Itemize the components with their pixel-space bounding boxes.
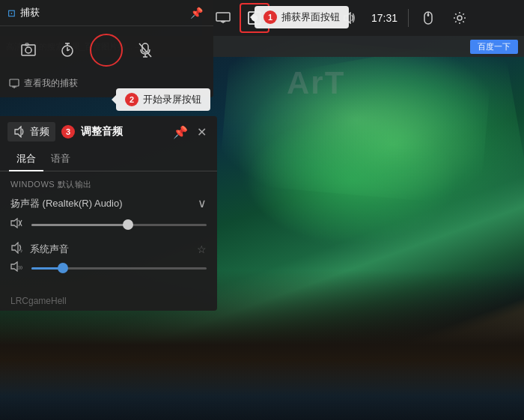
timer-screenshot-btn[interactable] — [51, 34, 84, 67]
capture-panel: ⊡ 捕获 📌 — [0, 0, 213, 97]
audio-icon-area: 音频 — [7, 122, 55, 141]
audio-pin-btn[interactable]: 📌 — [170, 124, 191, 141]
audio-section-label: WINDOWS 默认输出 — [10, 179, 207, 190]
svg-marker-39 — [11, 262, 17, 271]
system-sound-row: ♪ 系统声音 ☆ — [10, 242, 207, 257]
svg-text:♪: ♪ — [20, 248, 23, 253]
audio-tabs: 混合 语音 — [0, 147, 217, 171]
tooltip2-text: 开始录屏按钮 — [143, 93, 201, 106]
system-vol-icon: ))) — [10, 261, 25, 275]
audio-panel: 音频 3 调整音频 📌 ✕ 混合 语音 WINDOWS 默认输出 扬声器 (Re… — [0, 116, 217, 311]
mute-icon[interactable] — [10, 218, 25, 231]
svg-text:))): ))) — [18, 265, 22, 270]
slider-fill-device — [31, 224, 128, 226]
tooltip-start-recording: 2 开始录屏按钮 — [116, 88, 210, 111]
audio-icon-label: 音频 — [30, 125, 49, 139]
water-reflection — [0, 360, 524, 420]
toolbar-separator — [408, 9, 409, 27]
tooltip1-text: 捕获界面按钮 — [281, 10, 340, 24]
slider-thumb-device[interactable] — [123, 219, 133, 230]
capture-panel-title: 捕获 — [20, 6, 190, 19]
audio-bottom-partial: LRCgameHell — [0, 293, 217, 311]
art-background-text: ArT — [287, 65, 345, 101]
svg-rect-0 — [216, 13, 230, 21]
svg-rect-18 — [22, 45, 35, 55]
tooltip-capture-interface: 1 捕获界面按钮 — [255, 6, 349, 28]
screenshot-btn[interactable] — [12, 34, 45, 67]
svg-rect-30 — [10, 79, 19, 86]
audio-header-actions: 📌 ✕ — [170, 124, 210, 141]
clock-display: 17:31 — [365, 12, 403, 24]
tab-mix[interactable]: 混合 — [9, 147, 43, 171]
system-sound-label: 系统声音 — [30, 243, 191, 256]
baidu-search-btn[interactable]: 百度一下 — [470, 40, 518, 54]
capture-buttons-row — [0, 26, 213, 74]
tab-voice[interactable]: 语音 — [43, 147, 78, 171]
aurora-effect-3 — [240, 112, 464, 247]
audio-device-name: 扬声器 (Realtek(R) Audio) — [10, 197, 123, 210]
audio-close-btn[interactable]: ✕ — [194, 124, 210, 141]
svg-marker-37 — [12, 243, 18, 253]
slider-thumb-system[interactable] — [58, 263, 68, 273]
mouse-btn[interactable] — [413, 3, 443, 33]
svg-point-17 — [457, 16, 462, 20]
svg-marker-33 — [15, 127, 21, 137]
capture-pin-icon[interactable]: 📌 — [190, 7, 203, 19]
audio-badge: 3 — [61, 125, 75, 139]
system-volume-slider[interactable] — [31, 267, 207, 270]
tooltip2-badge: 2 — [125, 93, 138, 106]
svg-point-19 — [25, 47, 31, 53]
svg-marker-34 — [11, 219, 17, 228]
favorite-star-icon[interactable]: ☆ — [197, 243, 207, 255]
device-volume-slider[interactable] — [31, 224, 207, 226]
record-btn[interactable] — [90, 34, 123, 67]
system-sound-icon: ♪ — [10, 242, 24, 257]
no-audio-btn[interactable] — [129, 34, 162, 67]
audio-device-row: 扬声器 (Realtek(R) Audio) ∨ — [10, 196, 207, 210]
device-dropdown-btn[interactable]: ∨ — [198, 196, 207, 210]
volume-small-icon — [13, 126, 25, 138]
capture-panel-header: ⊡ 捕获 📌 — [0, 0, 213, 26]
capture-header-icon: ⊡ — [7, 7, 16, 19]
system-volume-row: ))) — [10, 261, 207, 275]
audio-panel-title: 调整音频 — [81, 125, 123, 139]
audio-content: WINDOWS 默认输出 扬声器 (Realtek(R) Audio) ∨ — [0, 171, 217, 293]
audio-panel-header: 音频 3 调整音频 📌 ✕ — [0, 116, 217, 147]
device-volume-row — [10, 218, 207, 231]
view-captures-label: 查看我的捕获 — [24, 77, 78, 90]
svg-point-16 — [427, 14, 430, 16]
settings-btn[interactable] — [445, 3, 475, 33]
tooltip1-badge: 1 — [263, 10, 277, 24]
